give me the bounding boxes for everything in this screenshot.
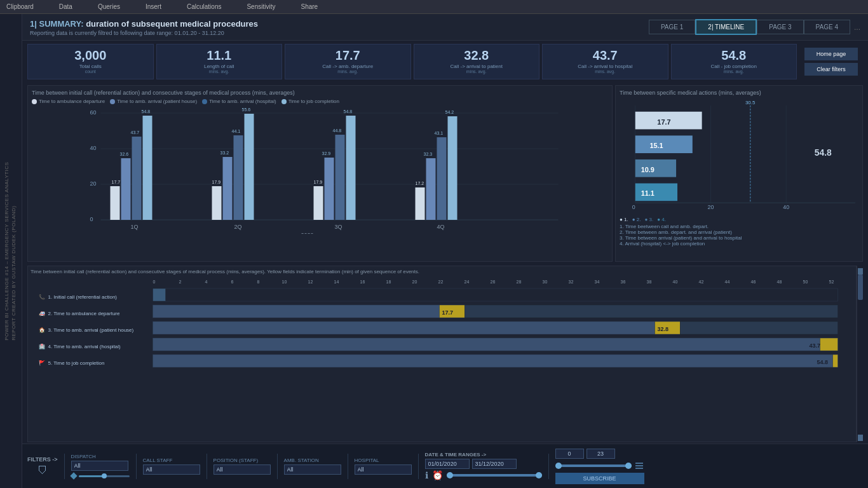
- svg-text:43.1: 43.1: [435, 131, 444, 135]
- svg-text:2. Time to ambulance departure: 2. Time to ambulance departure: [48, 311, 121, 316]
- bar-q3-3: [336, 135, 345, 220]
- dispatch-label: DISPATCH: [71, 454, 130, 459]
- kpi-label-1: Length of call: [162, 64, 277, 69]
- header-number: 1|: [30, 19, 37, 29]
- timeline-row1-highlight: [153, 288, 166, 301]
- timeline-chart: 0 2 4 6 8 10 12 14 16 18 20 22 24 26 28 …: [31, 277, 853, 388]
- svg-text:34: 34: [595, 280, 600, 284]
- svg-text:20: 20: [90, 180, 97, 187]
- filter-funnel-icon[interactable]: ⛉: [37, 465, 48, 477]
- svg-text:3. Time to amb. arrival (patie: 3. Time to amb. arrival (patient house): [48, 327, 134, 333]
- info-icon[interactable]: ℹ: [425, 470, 428, 480]
- svg-text:10.9: 10.9: [641, 166, 654, 173]
- svg-text:33.2: 33.2: [220, 151, 229, 155]
- charts-section: Time between initial call (referential a…: [22, 83, 868, 264]
- date-slider[interactable]: [447, 474, 542, 477]
- legend-text-1: 1. Time beetween call and amb. depart.: [620, 224, 858, 229]
- kpi-sublabel-5: mins. avg.: [677, 69, 792, 74]
- svg-text:48: 48: [777, 280, 782, 284]
- svg-text:52: 52: [829, 280, 834, 284]
- date-to-input[interactable]: [472, 459, 517, 469]
- bar-q4-4: [448, 116, 458, 220]
- amb-station-label: AMB. STATION: [284, 458, 341, 463]
- timeline-scrollbar[interactable]: [857, 266, 863, 442]
- kpi-value-0: 3,000: [33, 48, 148, 63]
- svg-text:2: 2: [179, 280, 182, 284]
- legend-item-3: Time to job completion: [281, 98, 339, 104]
- svg-text:26: 26: [491, 280, 496, 284]
- svg-text:🏠: 🏠: [39, 327, 45, 333]
- bar-q1-3: [132, 137, 142, 220]
- hospital-filter: HOSPITAL All: [355, 458, 412, 475]
- svg-text:30.5: 30.5: [745, 100, 756, 105]
- toolbar-insert[interactable]: Insert: [146, 3, 161, 10]
- toolbar-queries[interactable]: Queries: [98, 3, 120, 10]
- tab-page4[interactable]: PAGE 4: [804, 20, 850, 34]
- tab-page1[interactable]: PAGE 1: [649, 20, 695, 34]
- toolbar-calculations[interactable]: Calculations: [187, 3, 221, 10]
- timeline-title: Time between initial call (referential a…: [31, 269, 853, 274]
- svg-text:15.1: 15.1: [649, 142, 663, 149]
- date-from-input[interactable]: [425, 459, 470, 469]
- dispatch-filter: DISPATCH All: [71, 454, 130, 478]
- timeline-row2-rest: [465, 305, 838, 318]
- subscribe-button[interactable]: SUBSCRIBE: [555, 473, 644, 484]
- filter-bar: FILTERS -> ⛉ DISPATCH All: [22, 444, 868, 488]
- position-staff-dropdown[interactable]: All: [214, 464, 271, 475]
- svg-text:24: 24: [465, 280, 470, 284]
- header-title-text: SUMMARY:: [39, 19, 84, 29]
- num-slider[interactable]: [555, 464, 632, 467]
- svg-text:36: 36: [621, 280, 626, 284]
- svg-text:17.9: 17.9: [314, 180, 323, 184]
- filters-label: FILTERS ->: [27, 456, 58, 463]
- svg-text:0: 0: [153, 280, 156, 284]
- num-range-section: SUBSCRIBE: [555, 449, 644, 484]
- kpi-value-5: 54.8: [677, 48, 792, 63]
- num-to-input[interactable]: [587, 449, 615, 459]
- kpi-value-1: 11.1: [162, 48, 277, 63]
- svg-text:16: 16: [360, 280, 365, 284]
- amb-station-dropdown[interactable]: All: [284, 464, 341, 475]
- legend-label-0: Time to ambulance departure: [39, 98, 105, 104]
- svg-text:54.8: 54.8: [815, 147, 832, 158]
- toolbar-data[interactable]: Data: [59, 3, 72, 10]
- slider-icon: [634, 461, 644, 471]
- bar-q2-3: [234, 135, 243, 220]
- legend-label-3: Time to job completion: [288, 98, 339, 104]
- kpi-value-2: 17.7: [290, 48, 405, 63]
- svg-text:6: 6: [231, 280, 234, 284]
- num-from-input[interactable]: [555, 449, 584, 459]
- call-staff-dropdown[interactable]: All: [143, 464, 200, 475]
- bar-q4-2: [426, 158, 436, 220]
- tab-page2[interactable]: 2| TIMELINE: [695, 19, 757, 35]
- clock-icon[interactable]: ⏰: [432, 470, 443, 480]
- kpi-sublabel-1: mins. avg.: [162, 69, 277, 74]
- svg-text:1. Initial call (referential a: 1. Initial call (referential action): [48, 294, 118, 300]
- right-chart-legend: ● 1. ● 2. ● 3. ● 4. 1. Time beetween cal…: [620, 217, 858, 247]
- svg-text:4Q: 4Q: [437, 224, 445, 230]
- header-info: 1| SUMMARY: duration of subsequent medic…: [30, 19, 649, 36]
- toolbar-share[interactable]: Share: [301, 3, 318, 10]
- toolbar-sensitivity[interactable]: Sensitivity: [247, 3, 275, 10]
- date-range-section: DATE & TIME RANGES -> ℹ ⏰: [425, 452, 542, 480]
- svg-text:43.7: 43.7: [810, 342, 821, 349]
- left-sidebar: POWER BI CHALLENGE #14 – EMERGENCY SERVI…: [0, 14, 22, 488]
- timeline-row4-fill: [153, 338, 820, 351]
- hospital-dropdown[interactable]: All: [355, 464, 412, 475]
- call-staff-label: CALL STAFF: [143, 458, 200, 463]
- svg-text:44: 44: [725, 280, 730, 284]
- tab-page3[interactable]: PAGE 3: [757, 20, 803, 34]
- dispatch-dropdown[interactable]: All: [71, 461, 128, 471]
- clear-filters-button[interactable]: Clear filters: [804, 63, 858, 76]
- bar-q2-1: [212, 186, 222, 220]
- timeline-wrapper: Time between initial call (referential a…: [22, 264, 868, 444]
- three-dots-menu[interactable]: ...: [854, 23, 860, 32]
- sidebar-text: POWER BI CHALLENGE #14 – EMERGENCY SERVI…: [4, 161, 18, 340]
- svg-text:54.8: 54.8: [344, 109, 353, 114]
- kpi-sublabel-0: count: [33, 69, 148, 74]
- toolbar-clipboard[interactable]: Clipboard: [6, 3, 34, 10]
- home-page-button[interactable]: Home page: [804, 48, 858, 60]
- page-tabs: PAGE 1 2| TIMELINE PAGE 3 PAGE 4 ...: [649, 19, 860, 35]
- position-staff-label: POSITION (STAFF): [214, 458, 271, 463]
- timeline-row2-fill: [153, 305, 440, 318]
